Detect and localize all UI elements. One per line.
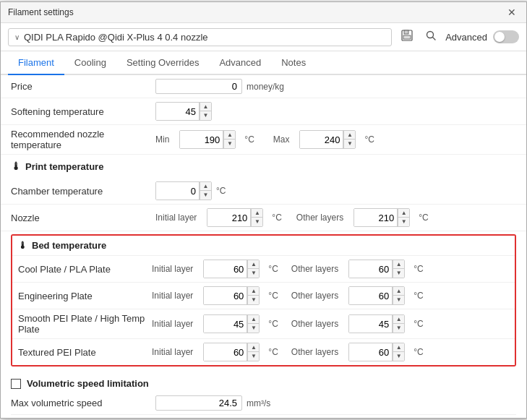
nozzle-min-up[interactable]: ▲ xyxy=(223,131,235,140)
bed-plate-3-initial-spinner: ▲ ▼ xyxy=(203,343,260,361)
nozzle-other-down[interactable]: ▼ xyxy=(398,218,409,226)
bed-plate-2-initial-input[interactable] xyxy=(204,315,247,333)
bed-plate-2-other-input[interactable] xyxy=(349,315,393,333)
chamber-temp-up[interactable]: ▲ xyxy=(200,182,211,191)
nozzle-temp-row: Recommended nozzle temperature Min ▲ ▼ °… xyxy=(1,125,526,155)
bed-plate-1-other-down[interactable]: ▼ xyxy=(393,296,404,304)
tab-notes[interactable]: Notes xyxy=(271,51,316,75)
max-vol-speed-input[interactable] xyxy=(155,395,242,411)
profile-dropdown[interactable]: ∨ QIDI PLA Rapido @Qidi X-Plus 4 0.4 noz… xyxy=(8,28,392,46)
nozzle-other-input[interactable] xyxy=(354,209,398,226)
bed-plate-0-label: Cool Plate / PLA Plate xyxy=(18,264,152,275)
window-title: Filament settings xyxy=(8,7,74,17)
nozzle-min-down[interactable]: ▼ xyxy=(223,140,235,148)
toolbar: ∨ QIDI PLA Rapido @Qidi X-Plus 4 0.4 noz… xyxy=(1,23,526,51)
bed-plate-0-other-up[interactable]: ▲ xyxy=(393,260,404,269)
chamber-temp-down[interactable]: ▼ xyxy=(200,191,211,200)
softening-temp-up[interactable]: ▲ xyxy=(200,103,211,111)
svg-rect-1 xyxy=(404,30,408,34)
bed-plate-2-other-down[interactable]: ▼ xyxy=(393,324,404,333)
softening-temp-input[interactable] xyxy=(156,103,200,120)
nozzle-temp-fields: Min ▲ ▼ °C Max ▲ ▼ °C xyxy=(155,130,374,149)
nozzle-min-spinner: ▲ ▼ xyxy=(179,130,236,149)
nozzle-other-up[interactable]: ▲ xyxy=(398,209,409,218)
bed-plate-0-other-label: Other layers xyxy=(291,264,338,274)
nozzle-row: Nozzle Initial layer ▲ ▼ °C Other layers… xyxy=(1,205,526,231)
bed-plate-0-initial-down[interactable]: ▼ xyxy=(247,269,259,278)
bed-plate-3-other-down[interactable]: ▼ xyxy=(393,352,404,361)
thermometer-icon: 🌡 xyxy=(11,160,21,172)
bed-plate-3-initial-input[interactable] xyxy=(204,343,247,361)
bed-plate-2: Smooth PEI Plate / High Temp Plate Initi… xyxy=(12,309,515,338)
flame-icon: 🌡 xyxy=(18,240,27,251)
nozzle-max-arrows: ▲ ▼ xyxy=(343,131,355,148)
tab-advanced[interactable]: Advanced xyxy=(209,51,271,75)
nozzle-max-down[interactable]: ▼ xyxy=(343,140,355,148)
max-vol-speed-row: Max volumetric speed mm³/s xyxy=(11,392,516,415)
bed-plate-3-other-arrows: ▲ ▼ xyxy=(393,343,404,361)
advanced-toggle[interactable] xyxy=(493,30,519,43)
bed-plate-1-initial-down[interactable]: ▼ xyxy=(247,296,259,304)
tab-setting-overrides[interactable]: Setting Overrides xyxy=(116,51,209,75)
nozzle-min-input[interactable] xyxy=(180,131,223,148)
bed-plate-0-other-down[interactable]: ▼ xyxy=(393,269,404,278)
bed-plate-1: Engineering Plate Initial layer ▲ ▼ °C O… xyxy=(12,282,515,309)
nozzle-max-up[interactable]: ▲ xyxy=(343,131,355,140)
softening-temp-spinner: ▲ ▼ xyxy=(155,102,212,121)
nozzle-initial-input[interactable] xyxy=(207,209,251,226)
chamber-temp-input[interactable] xyxy=(156,182,200,200)
tab-filament[interactable]: Filament xyxy=(8,51,64,75)
save-icon[interactable] xyxy=(398,27,416,46)
bed-plate-0-fields: Initial layer ▲ ▼ °C Other layers ▲ xyxy=(152,260,424,278)
bed-plate-1-other-label: Other layers xyxy=(291,291,338,301)
content-area: Price money/kg Softening temperature ▲ ▼ xyxy=(1,75,526,418)
nozzle-initial-up[interactable]: ▲ xyxy=(251,209,262,218)
bed-plate-3-other-input[interactable] xyxy=(349,343,393,361)
bed-plate-3-other-up[interactable]: ▲ xyxy=(393,343,404,352)
bed-plate-2-other-arrows: ▲ ▼ xyxy=(393,315,404,333)
bed-plate-1-other-up[interactable]: ▲ xyxy=(393,287,404,296)
price-unit: money/kg xyxy=(247,82,284,92)
price-row: Price money/kg xyxy=(1,75,526,98)
tab-cooling[interactable]: Cooling xyxy=(64,51,116,75)
bed-plate-0-initial-input[interactable] xyxy=(204,260,247,278)
nozzle-initial-down[interactable]: ▼ xyxy=(251,218,262,226)
bed-plate-1-initial-input[interactable] xyxy=(204,287,247,304)
filament-settings-window: Filament settings ✕ ∨ QIDI PLA Rapido @Q… xyxy=(0,1,527,419)
bed-plate-2-other-up[interactable]: ▲ xyxy=(393,315,404,324)
bed-plate-1-initial-label: Initial layer xyxy=(152,291,193,301)
softening-temp-down[interactable]: ▼ xyxy=(200,111,211,120)
nozzle-min-label: Min xyxy=(155,134,169,145)
nozzle-max-input[interactable] xyxy=(300,131,343,148)
titlebar: Filament settings ✕ xyxy=(1,2,526,23)
bed-plate-0-initial-spinner: ▲ ▼ xyxy=(203,260,260,278)
bed-plate-1-other-input[interactable] xyxy=(349,287,393,304)
nozzle-max-unit: °C xyxy=(364,134,374,145)
bed-plate-3-initial-up[interactable]: ▲ xyxy=(247,343,259,352)
bed-plate-0-initial-up[interactable]: ▲ xyxy=(247,260,259,269)
bed-plate-2-other-label: Other layers xyxy=(291,319,338,329)
bed-plate-1-label: Engineering Plate xyxy=(18,291,152,301)
bed-plate-0-other-input[interactable] xyxy=(349,260,393,278)
nozzle-initial-arrows: ▲ ▼ xyxy=(251,209,262,226)
bed-temp-header: 🌡 Bed temperature xyxy=(12,236,515,255)
bed-plate-2-initial-up[interactable]: ▲ xyxy=(247,315,259,324)
vol-speed-header-label: Volumetric speed limitation xyxy=(27,378,149,389)
softening-temp-input-group: ▲ ▼ xyxy=(155,102,212,121)
price-input[interactable] xyxy=(155,79,242,94)
search-icon[interactable] xyxy=(422,28,440,46)
bed-plate-0-initial-label: Initial layer xyxy=(152,264,193,274)
bed-plate-3-fields: Initial layer ▲ ▼ °C Other layers ▲ xyxy=(152,343,424,361)
bed-plate-2-initial-down[interactable]: ▼ xyxy=(247,324,259,333)
bed-plate-0: Cool Plate / PLA Plate Initial layer ▲ ▼… xyxy=(12,255,515,282)
chamber-temp-label: Chamber temperature xyxy=(11,186,155,197)
nozzle-min-arrows: ▲ ▼ xyxy=(223,131,235,148)
chamber-temp-unit: °C xyxy=(216,186,226,196)
bed-plate-3-initial-down[interactable]: ▼ xyxy=(247,352,259,361)
bed-temp-section: 🌡 Bed temperature Cool Plate / PLA Plate… xyxy=(11,234,516,367)
close-button[interactable]: ✕ xyxy=(505,7,519,18)
nozzle-initial-unit: °C xyxy=(272,213,281,223)
bed-plate-1-initial-up[interactable]: ▲ xyxy=(247,287,259,296)
vol-speed-header: Volumetric speed limitation xyxy=(11,372,516,392)
svg-rect-2 xyxy=(403,35,411,39)
